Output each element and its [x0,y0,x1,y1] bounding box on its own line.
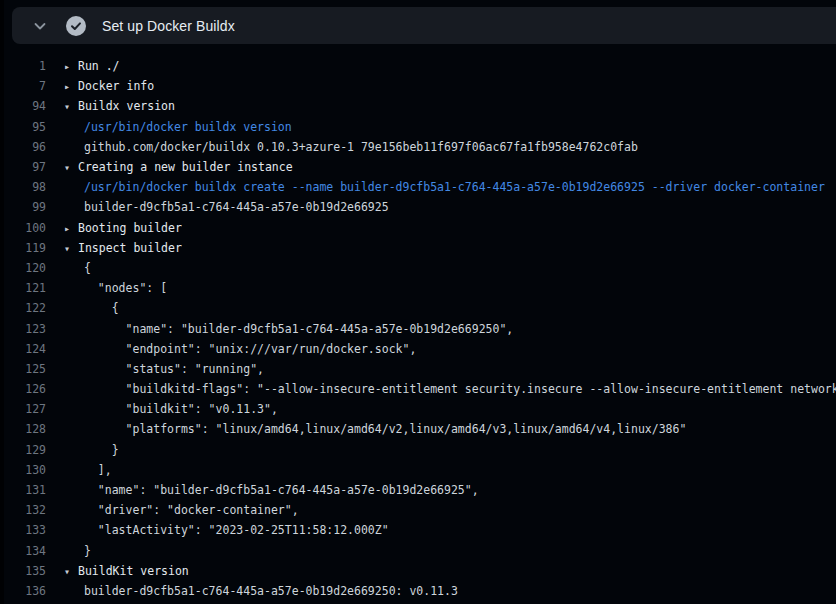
group-title: BuildKit version [78,564,189,578]
log-line: 126 "buildkitd-flags": "--allow-insecure… [0,379,836,399]
command-text: /usr/bin/docker buildx version [46,120,292,134]
line-number-link[interactable]: 126 [0,382,46,396]
group-toggle[interactable]: ▸Booting builder [46,221,182,235]
triangle-right-icon[interactable]: ▸ [64,81,78,92]
group-toggle[interactable]: ▾Inspect builder [46,241,182,255]
group-title: Docker info [78,79,154,93]
group-toggle[interactable]: ▸Docker info [46,79,154,93]
output-text: "status": "running", [46,362,264,376]
log-area: 1▸Run ./7▸Docker info94▾Buildx version95… [0,56,836,601]
group-title: Buildx version [78,99,175,113]
output-text: github.com/docker/buildx 0.10.3+azure-1 … [46,140,638,154]
log-line: 128 "platforms": "linux/amd64,linux/amd6… [0,419,836,439]
log-line: 99builder-d9cfb5a1-c764-445a-a57e-0b19d2… [0,197,836,217]
line-number-link[interactable]: 1 [0,59,46,73]
log-line: 98/usr/bin/docker buildx create --name b… [0,177,836,197]
group-title: Booting builder [78,221,182,235]
output-text: "driver": "docker-container", [46,503,299,517]
log-line: 131 "name": "builder-d9cfb5a1-c764-445a-… [0,480,836,500]
line-number-link[interactable]: 99 [0,200,46,214]
log-line: 129 } [0,440,836,460]
line-number-link[interactable]: 123 [0,322,46,336]
log-line: 125 "status": "running", [0,359,836,379]
triangle-right-icon[interactable]: ▸ [64,61,78,72]
log-line: 97▾Creating a new builder instance [0,157,836,177]
output-text: builder-d9cfb5a1-c764-445a-a57e-0b19d2e6… [46,584,458,598]
line-number-link[interactable]: 95 [0,120,46,134]
output-text: "name": "builder-d9cfb5a1-c764-445a-a57e… [46,322,513,336]
line-number-link[interactable]: 130 [0,463,46,477]
line-number-link[interactable]: 100 [0,221,46,235]
output-text: "buildkitd-flags": "--allow-insecure-ent… [46,382,836,396]
line-number-link[interactable]: 127 [0,402,46,416]
group-toggle[interactable]: ▾BuildKit version [46,564,189,578]
line-number-link[interactable]: 134 [0,544,46,558]
group-toggle[interactable]: ▾Buildx version [46,99,175,113]
output-text: } [46,443,119,457]
log-line: 96github.com/docker/buildx 0.10.3+azure-… [0,137,836,157]
log-line: 124 "endpoint": "unix:///var/run/docker.… [0,339,836,359]
triangle-down-icon[interactable]: ▾ [64,101,78,112]
log-line: 120{ [0,258,836,278]
group-toggle[interactable]: ▸Run ./ [46,59,120,73]
line-number-link[interactable]: 97 [0,160,46,174]
chevron-down-icon[interactable] [32,18,48,34]
line-number-link[interactable]: 96 [0,140,46,154]
log-line: 100▸Booting builder [0,218,836,238]
line-number-link[interactable]: 135 [0,564,46,578]
group-title: Run ./ [78,59,120,73]
line-number-link[interactable]: 125 [0,362,46,376]
step-success-icon [66,16,86,36]
line-number-link[interactable]: 136 [0,584,46,598]
line-number-link[interactable]: 132 [0,503,46,517]
output-text: } [46,544,91,558]
line-number-link[interactable]: 128 [0,422,46,436]
step-header[interactable]: Set up Docker Buildx [12,7,836,44]
output-text: ], [46,463,112,477]
output-text: "buildkit": "v0.11.3", [46,402,278,416]
output-text: builder-d9cfb5a1-c764-445a-a57e-0b19d2e6… [46,200,389,214]
line-number-link[interactable]: 119 [0,241,46,255]
command-text: /usr/bin/docker buildx create --name bui… [46,180,825,194]
line-number-link[interactable]: 133 [0,523,46,537]
triangle-down-icon[interactable]: ▾ [64,566,78,577]
triangle-right-icon[interactable]: ▸ [64,223,78,234]
triangle-down-icon[interactable]: ▾ [64,243,78,254]
line-number-link[interactable]: 94 [0,99,46,113]
log-line: 133 "lastActivity": "2023-02-25T11:58:12… [0,520,836,540]
line-number-link[interactable]: 121 [0,281,46,295]
line-number-link[interactable]: 129 [0,443,46,457]
group-title: Inspect builder [78,241,182,255]
log-line: 123 "name": "builder-d9cfb5a1-c764-445a-… [0,318,836,338]
log-line: 121 "nodes": [ [0,278,836,298]
group-toggle[interactable]: ▾Creating a new builder instance [46,160,293,174]
log-line: 94▾Buildx version [0,96,836,116]
step-title: Set up Docker Buildx [102,18,235,34]
output-text: "name": "builder-d9cfb5a1-c764-445a-a57e… [46,483,479,497]
log-line: 135▾BuildKit version [0,561,836,581]
log-line: 122 { [0,298,836,318]
line-number-link[interactable]: 124 [0,342,46,356]
output-text: "platforms": "linux/amd64,linux/amd64/v2… [46,422,686,436]
log-line: 95/usr/bin/docker buildx version [0,117,836,137]
log-line: 136builder-d9cfb5a1-c764-445a-a57e-0b19d… [0,581,836,601]
output-text: "endpoint": "unix:///var/run/docker.sock… [46,342,416,356]
log-line: 134} [0,541,836,561]
log-line: 1▸Run ./ [0,56,836,76]
log-line: 127 "buildkit": "v0.11.3", [0,399,836,419]
output-text: "lastActivity": "2023-02-25T11:58:12.000… [46,523,389,537]
output-text: { [46,301,119,315]
line-number-link[interactable]: 7 [0,79,46,93]
log-line: 130 ], [0,460,836,480]
line-number-link[interactable]: 120 [0,261,46,275]
log-line: 132 "driver": "docker-container", [0,500,836,520]
triangle-down-icon[interactable]: ▾ [64,162,78,173]
line-number-link[interactable]: 98 [0,180,46,194]
log-line: 119▾Inspect builder [0,238,836,258]
line-number-link[interactable]: 122 [0,301,46,315]
group-title: Creating a new builder instance [78,160,293,174]
log-line: 7▸Docker info [0,76,836,96]
output-text: { [46,261,91,275]
line-number-link[interactable]: 131 [0,483,46,497]
output-text: "nodes": [ [46,281,167,295]
